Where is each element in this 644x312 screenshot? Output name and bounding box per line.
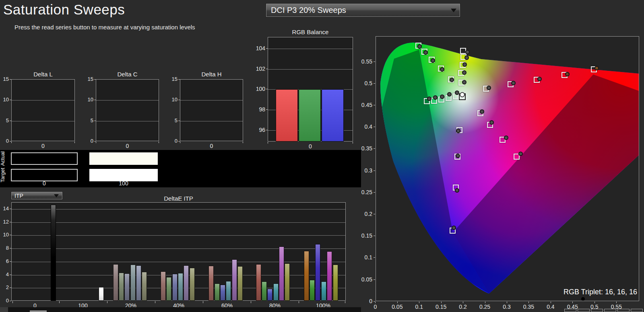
y-tick [10,100,11,100]
cie-y-axis-label: 0.15 [353,232,372,239]
chart-delta_c [96,79,159,141]
cie-y-axis-label: 0.55 [353,58,372,65]
deltae-bar [51,205,56,301]
footer-box [604,309,616,312]
gridline [268,69,353,70]
cie-y-tick [374,127,375,127]
cie-x-axis-label: 0 [363,304,387,310]
deltae-bar [327,251,332,301]
cie-y-tick [374,301,375,302]
y-axis-label: 5 [165,117,178,123]
cie-x-tick [419,302,419,303]
chart-title-delta_c: Delta C [96,71,159,78]
cie-x-axis-label: 0.3 [495,304,519,310]
preset-dropdown[interactable]: DCI P3 20% Sweeps [266,3,460,17]
gridline [96,121,159,121]
y-axis-label: 5 [80,117,93,123]
footer-segment [0,307,8,312]
x-axis-label: 0 [180,143,243,149]
cie-measured-dot-yellow [462,80,466,84]
y-tick [178,121,180,121]
cie-measured-dot-red [594,66,599,70]
y-tick [10,261,11,262]
chart-delta_l [11,79,75,141]
deltae-bar [220,285,225,301]
cie-x-tick [441,302,442,303]
strip-column-label: 100 [89,180,158,187]
cie-measured-dot-white [460,92,465,97]
page-subtitle: Press the read series button to measure … [14,24,195,31]
deltae-bar [310,280,315,301]
y-axis-label: 15 [80,76,93,82]
cie-x-tick [375,302,376,303]
y-tick [94,79,96,80]
deltae-bar [267,289,272,301]
cie-y-tick [374,105,375,105]
x-tick [345,301,345,303]
y-axis-label: 2 [0,284,9,290]
cie-y-tick [374,257,375,258]
gridline [12,248,345,249]
cie-measured-dot-cyan [455,90,459,95]
footer-box [591,309,603,312]
metric-dropdown[interactable]: ITP [11,191,63,200]
y-axis-label: 4 [0,271,9,277]
cie-measured-dot-yellow [465,50,470,54]
gridline [12,262,345,262]
cie-y-tick [374,148,375,149]
deltae-bar [256,264,261,301]
cie-y-axis-label: 0.2 [353,211,372,217]
cie-x-tick [485,302,485,303]
cie-y-axis-label: 0.45 [353,102,372,108]
y-tick [266,89,268,89]
y-tick [10,248,11,248]
cie-measured-dot-green [417,44,422,49]
chart-deltae [11,202,346,301]
cie-y-axis-label: 0.4 [353,123,372,130]
footer-scroll-thumb[interactable] [30,310,47,312]
deltae-bar [172,274,178,301]
y-axis-label: 15 [165,76,178,82]
gridline [180,100,243,101]
cie-measured-dot-cyan [427,96,431,101]
y-axis-label: 5 [0,117,9,123]
cie-y-tick [374,83,375,84]
y-axis-label: 6 [0,258,9,264]
footer-box [631,309,643,312]
chart-rgb-balance [268,37,353,142]
cie-x-tick [572,302,573,303]
chart-title-delta_l: Delta L [11,71,75,78]
rgb-triplet-status: RGB Triplet: 16, 16, 16 [476,288,637,296]
y-axis-label: 0 [0,138,9,144]
strip-column-label: 0 [11,180,78,187]
rgb-balance-bar-red [276,89,298,142]
deltae-bar [166,277,171,301]
y-axis-label: 15 [0,76,9,82]
y-tick [178,79,180,80]
target-swatch [11,169,78,181]
metric-dropdown-value: ITP [14,193,23,199]
cie-measured-dot-cyan [440,94,444,99]
deltae-bar [279,246,284,301]
saturation-sweeps-page: Saturation Sweeps Press the read series … [0,0,644,312]
deltae-bar [321,281,326,301]
x-axis-label: 0 [96,143,159,149]
cie-x-tick [616,302,617,303]
y-axis-label: 0 [80,138,93,144]
deltae-bar [119,273,124,301]
x-tick [107,301,107,303]
preset-dropdown-value: DCI P3 20% Sweeps [271,6,346,15]
cie-x-tick [528,302,529,303]
deltae-bar [184,265,189,301]
cie-x-tick [463,302,463,303]
cie-y-tick [374,170,375,171]
y-axis-label: 0 [0,298,9,304]
y-axis-label: 10 [80,96,93,103]
cie-y-tick [374,214,375,214]
deltae-bar [124,273,130,301]
y-axis-label: 96 [251,127,265,133]
footer-box [617,309,630,312]
y-axis-label: 12 [0,219,9,225]
y-axis-label: 102 [251,66,265,72]
cie-y-axis-label: 0.05 [353,276,372,283]
